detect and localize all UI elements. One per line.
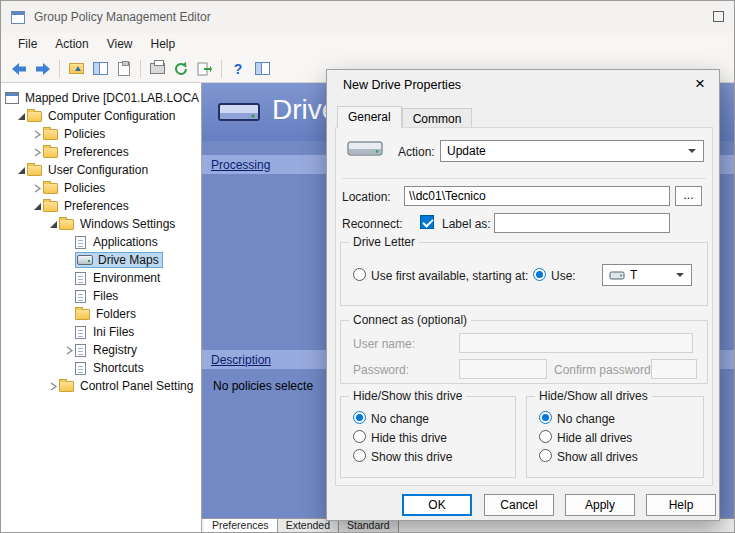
apply-button[interactable]: Apply xyxy=(565,494,635,516)
reconnect-checkbox[interactable] xyxy=(420,215,434,229)
tree-item-folders[interactable]: Folders xyxy=(1,305,201,323)
menu-help[interactable]: Help xyxy=(142,35,185,53)
description-text: No policies selecte xyxy=(213,379,313,393)
tab-preferences[interactable]: Preferences xyxy=(204,519,278,532)
location-input[interactable] xyxy=(404,186,670,206)
forward-icon[interactable] xyxy=(32,58,54,80)
chevron-expanded-icon[interactable] xyxy=(15,112,27,121)
tree-item-environment[interactable]: Environment xyxy=(1,269,201,287)
dialog-title-bar: New Drive Properties × xyxy=(327,70,719,100)
use-first-available-radio[interactable] xyxy=(353,268,366,281)
tree-item-label: Registry xyxy=(93,343,137,357)
tree-item-applications[interactable]: Applications xyxy=(1,233,201,251)
tree-item-drive-maps[interactable]: Drive Maps xyxy=(1,251,201,269)
browse-button[interactable]: ... xyxy=(675,186,702,206)
tree-item-computer-policies[interactable]: Policies xyxy=(1,125,201,143)
folder-icon xyxy=(43,183,58,194)
tree-item-label: User Configuration xyxy=(48,163,148,177)
tree-item-registry[interactable]: Registry xyxy=(1,341,201,359)
folder-icon xyxy=(43,147,58,158)
tree-item-label: Policies xyxy=(64,127,105,141)
all-no-change-radio[interactable] xyxy=(539,411,552,424)
tree-item-user-preferences[interactable]: Preferences xyxy=(1,197,201,215)
confirm-password-input[interactable] xyxy=(651,359,697,379)
help-icon[interactable]: ? xyxy=(227,58,249,80)
cancel-button[interactable]: Cancel xyxy=(484,494,554,516)
folder-icon xyxy=(43,201,58,212)
drive-letter-group: Drive Letter Use first available, starti… xyxy=(340,242,708,306)
registry-icon xyxy=(75,344,86,357)
chevron-expanded-icon[interactable] xyxy=(47,220,59,229)
tree-item-ini-files[interactable]: Ini Files xyxy=(1,323,201,341)
password-input[interactable] xyxy=(459,359,547,379)
show-this-drive-label: Show this drive xyxy=(371,450,452,464)
processing-link[interactable]: Processing xyxy=(211,158,270,172)
tree-item-user-configuration[interactable]: User Configuration xyxy=(1,161,201,179)
files-icon xyxy=(75,290,86,303)
maximize-button[interactable] xyxy=(713,11,724,22)
chevron-collapsed-icon[interactable] xyxy=(31,184,43,193)
tree-item-computer-configuration[interactable]: Computer Configuration xyxy=(1,107,201,125)
help-button[interactable]: Help xyxy=(646,494,716,516)
tree-item-root[interactable]: Mapped Drive [DC01.LAB.LOCA xyxy=(1,89,201,107)
tree-item-windows-settings[interactable]: Windows Settings xyxy=(1,215,201,233)
this-no-change-label: No change xyxy=(371,412,429,426)
drive-letter-dropdown[interactable]: T xyxy=(602,264,692,286)
hide-all-drives-label: Hide all drives xyxy=(557,431,632,445)
action-dropdown[interactable]: Update xyxy=(440,140,704,162)
chevron-collapsed-icon[interactable] xyxy=(31,148,43,157)
folder-icon xyxy=(27,165,42,176)
use-radio[interactable] xyxy=(533,268,546,281)
tree-item-user-policies[interactable]: Policies xyxy=(1,179,201,197)
tree-item-shortcuts[interactable]: Shortcuts xyxy=(1,359,201,377)
tree-item-files[interactable]: Files xyxy=(1,287,201,305)
tree-item-label: Drive Maps xyxy=(98,253,159,267)
menu-action[interactable]: Action xyxy=(46,35,97,53)
action-label: Action: xyxy=(398,145,435,159)
hide-all-drives-radio[interactable] xyxy=(539,430,552,443)
ok-button[interactable]: OK xyxy=(402,494,472,516)
hide-this-drive-radio[interactable] xyxy=(353,430,366,443)
description-link[interactable]: Description xyxy=(211,353,271,367)
tree-item-label: Computer Configuration xyxy=(48,109,175,123)
connect-as-group-title: Connect as (optional) xyxy=(349,313,471,327)
label-as-input[interactable] xyxy=(494,213,670,233)
menu-view[interactable]: View xyxy=(98,35,142,53)
toolbar-separator xyxy=(59,60,60,78)
chevron-collapsed-icon[interactable] xyxy=(47,382,59,391)
tab-general[interactable]: General xyxy=(337,106,402,128)
shortcuts-icon xyxy=(75,362,86,375)
close-icon[interactable]: × xyxy=(689,73,711,95)
export-list-icon[interactable] xyxy=(194,58,216,80)
refresh-icon[interactable] xyxy=(170,58,192,80)
folder-icon xyxy=(27,111,42,122)
ini-files-icon xyxy=(75,326,86,339)
chevron-expanded-icon[interactable] xyxy=(15,166,27,175)
environment-icon xyxy=(75,272,86,285)
chevron-collapsed-icon[interactable] xyxy=(31,130,43,139)
properties-icon[interactable] xyxy=(113,58,135,80)
tab-common[interactable]: Common xyxy=(402,108,473,128)
show-this-drive-radio[interactable] xyxy=(353,449,366,462)
menu-file[interactable]: File xyxy=(9,35,46,53)
chevron-expanded-icon[interactable] xyxy=(31,202,43,211)
tree-item-label: Preferences xyxy=(64,145,129,159)
extended-pane-icon[interactable] xyxy=(251,58,273,80)
applications-icon xyxy=(75,236,86,249)
show-all-drives-radio[interactable] xyxy=(539,449,552,462)
chevron-collapsed-icon[interactable] xyxy=(63,346,75,355)
user-name-input[interactable] xyxy=(459,333,693,353)
chevron-down-icon xyxy=(676,273,684,277)
up-one-level-icon[interactable] xyxy=(65,58,87,80)
tree-item-label: Windows Settings xyxy=(80,217,175,231)
this-no-change-radio[interactable] xyxy=(353,411,366,424)
tree-item-computer-preferences[interactable]: Preferences xyxy=(1,143,201,161)
action-value: Update xyxy=(447,144,486,158)
show-console-tree-icon[interactable] xyxy=(89,58,111,80)
gpme-window: Group Policy Management Editor File Acti… xyxy=(0,0,735,533)
back-icon[interactable] xyxy=(8,58,30,80)
all-no-change-label: No change xyxy=(557,412,615,426)
tree-item-label: Control Panel Setting xyxy=(80,379,193,393)
print-icon[interactable] xyxy=(146,58,168,80)
tree-item-control-panel-settings[interactable]: Control Panel Setting xyxy=(1,377,201,395)
